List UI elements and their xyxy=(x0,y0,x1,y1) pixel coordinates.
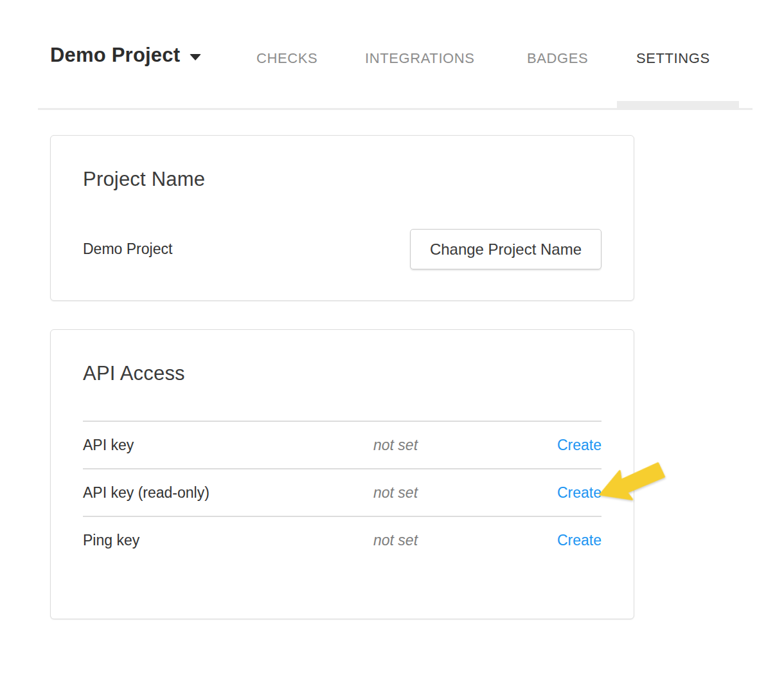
current-project-name: Demo Project xyxy=(83,241,172,258)
api-key-read-only-create-link[interactable]: Create xyxy=(557,484,601,502)
table-row-api-key: API key not set Create xyxy=(83,421,601,468)
api-access-card-title: API Access xyxy=(83,361,601,385)
tab-checks[interactable]: CHECKS xyxy=(256,50,317,67)
table-row-ping-key: Ping key not set Create xyxy=(83,516,601,563)
tab-badges[interactable]: BADGES xyxy=(527,50,588,67)
project-switcher-dropdown[interactable]: Demo Project xyxy=(50,44,201,67)
api-access-card: API Access API key not set Create API ke… xyxy=(50,329,634,619)
ping-key-label: Ping key xyxy=(83,532,373,549)
change-project-name-button[interactable]: Change Project Name xyxy=(410,229,601,269)
project-name-card: Project Name Demo Project Change Project… xyxy=(50,135,634,301)
api-key-label: API key xyxy=(83,437,373,454)
ping-key-value: not set xyxy=(373,532,557,549)
tab-integrations[interactable]: INTEGRATIONS xyxy=(365,50,475,67)
chevron-down-icon xyxy=(190,54,201,60)
project-title: Demo Project xyxy=(50,44,180,67)
active-tab-indicator xyxy=(617,101,739,110)
api-key-value: not set xyxy=(373,437,557,454)
api-key-read-only-value: not set xyxy=(373,484,557,502)
ping-key-create-link[interactable]: Create xyxy=(557,532,601,549)
api-keys-table: API key not set Create API key (read-onl… xyxy=(83,421,601,563)
project-name-card-title: Project Name xyxy=(83,167,601,191)
top-navigation: Demo Project CHECKS INTEGRATIONS BADGES … xyxy=(0,0,784,111)
project-name-row: Demo Project Change Project Name xyxy=(83,229,601,269)
api-key-read-only-label: API key (read-only) xyxy=(83,484,373,502)
table-row-api-key-read-only: API key (read-only) not set Create xyxy=(83,468,601,516)
tab-settings[interactable]: SETTINGS xyxy=(636,50,710,67)
api-key-create-link[interactable]: Create xyxy=(557,437,601,454)
